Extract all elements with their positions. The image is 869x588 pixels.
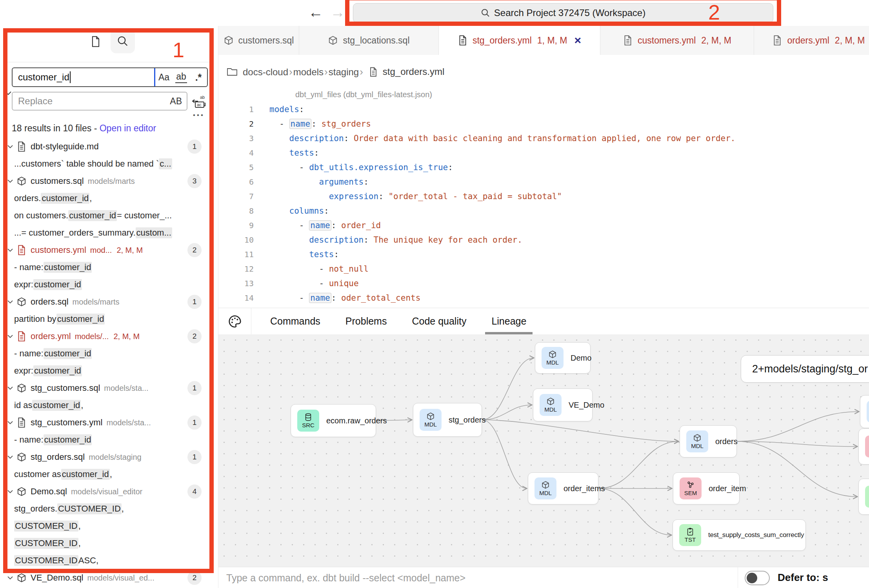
search-result-match[interactable]: id as customer_id, (0, 397, 212, 414)
code-line-12[interactable]: 12 - not_null (218, 261, 869, 276)
search-panel-button[interactable] (111, 29, 135, 53)
lineage-node-Demo[interactable]: MDLDemo (535, 342, 591, 374)
code-line-2[interactable]: 2 - name: stg_orders (218, 116, 869, 131)
search-result-file[interactable]: VE_Demo.sqlmodels/visual_ed...2 (0, 569, 212, 586)
preserve-case-button[interactable]: AB (170, 96, 182, 107)
panel-tab-lineage[interactable]: Lineage (491, 308, 526, 334)
code-line-1[interactable]: 1models: (218, 102, 869, 116)
search-result-match[interactable]: - name: customer_id (0, 345, 212, 362)
chevron-down-icon[interactable] (7, 455, 13, 459)
panel-tab-problems[interactable]: Problems (345, 308, 387, 334)
lineage-node-orders[interactable]: MDLorders (680, 425, 737, 457)
search-result-match[interactable]: on customers.customer_id = customer_... (0, 207, 212, 224)
breadcrumb-item[interactable]: docs-cloud (243, 67, 288, 77)
match-count-badge: 1 (187, 295, 202, 309)
search-result-match[interactable]: - name: customer_id (0, 259, 212, 276)
search-result-file[interactable]: customers.sqlmodels/marts3 (0, 172, 212, 190)
lineage-node-order_items[interactable]: MDLorder_items (528, 472, 598, 505)
close-tab-icon[interactable]: × (574, 34, 581, 46)
chevron-down-icon[interactable] (7, 490, 13, 494)
search-result-match[interactable]: stg_orders.CUSTOMER_ID, (0, 500, 212, 517)
replace-all-button[interactable]: ac ab (191, 93, 209, 110)
model-cube-icon (328, 35, 338, 45)
replace-input-group[interactable]: Replace AB (12, 92, 187, 111)
breadcrumb-file: stg_orders.yml (383, 66, 444, 77)
replace-input[interactable]: Replace (18, 96, 170, 107)
code-line-14[interactable]: 14 - name: oder_total_cents (218, 290, 869, 305)
lineage-node-order_item[interactable]: SEMorder_item (673, 472, 740, 505)
search-result-file[interactable]: stg_orders.sqlmodels/staging1 (0, 448, 212, 466)
search-result-match[interactable]: partition by customer_id (0, 310, 212, 328)
open-in-editor-link[interactable]: Open in editor (100, 123, 156, 133)
editor-tab-orders.yml[interactable]: orders.yml2, M, M (754, 26, 869, 55)
code-line-10[interactable]: 10 description: The unique key for each … (218, 232, 869, 247)
search-result-match[interactable]: ...= customer_orders_summary.custom... (0, 224, 212, 241)
search-result-file[interactable]: customers.ymlmod...2, M, M2 (0, 241, 212, 259)
chevron-down-icon[interactable] (7, 300, 13, 304)
search-result-match[interactable]: expr: customer_id (0, 276, 212, 293)
search-result-file[interactable]: dbt-styleguide.md1 (0, 138, 212, 155)
files-panel-button[interactable] (85, 31, 106, 52)
code-line-5[interactable]: 5 - dbt_utils.expression_is_true: (218, 160, 869, 174)
search-result-file[interactable]: stg_customers.sqlmodels/sta...1 (0, 379, 212, 397)
code-line-8[interactable]: 8 columns: (218, 203, 869, 218)
code-line-9[interactable]: 9 - name: order_id (218, 218, 869, 232)
search-result-file[interactable]: orders.sqlmodels/marts1 (0, 293, 212, 310)
lineage-node-stg_orders[interactable]: MDLstg_orders (413, 403, 482, 437)
chevron-down-icon[interactable] (7, 386, 13, 390)
panel-tab-commands[interactable]: Commands (270, 308, 320, 334)
command-input[interactable]: Type a command, ex. dbt build --select <… (226, 572, 465, 584)
search-input[interactable]: customer_id (13, 68, 154, 86)
code-line-13[interactable]: 13 - unique (218, 276, 869, 290)
line-number: 12 (218, 264, 254, 274)
chevron-down-icon[interactable] (7, 179, 13, 183)
lineage-node-p_top[interactable]: MDL (860, 395, 869, 428)
lineage-node-p_mid[interactable]: SEM (858, 428, 869, 465)
lineage-node-test_supply_costs_sum_correctly[interactable]: TSTtest_supply_costs_sum_correctly (673, 519, 806, 551)
chevron-down-icon[interactable] (7, 145, 13, 149)
project-search-bar[interactable]: Search Project 372475 (Workspace) (353, 3, 773, 23)
lineage-node-VE_Demo[interactable]: MDLVE_Demo (533, 388, 593, 421)
more-actions-button[interactable]: ••• (193, 111, 205, 119)
search-result-match[interactable]: expr: customer_id (0, 362, 212, 379)
code-line-3[interactable]: 3 description: Order data with basic cle… (218, 131, 869, 145)
lineage-selector-input[interactable]: 2+models/staging/stg_or (741, 355, 869, 383)
search-result-match[interactable]: CUSTOMER_ID, (0, 535, 212, 552)
search-result-match[interactable]: ...customers` table should be named `c..… (0, 155, 212, 172)
search-result-match[interactable]: orders.customer_id, (0, 190, 212, 207)
search-result-file[interactable]: stg_customers.ymlmodels/sta...1 (0, 414, 212, 431)
breadcrumb[interactable]: docs-cloud›models›staging› stg_orders.ym… (218, 55, 869, 89)
match-case-button[interactable]: Aa (155, 68, 173, 86)
regex-button[interactable]: .* (190, 68, 207, 86)
search-result-match[interactable]: CUSTOMER_ID, (0, 517, 212, 535)
chevron-down-icon[interactable] (7, 334, 13, 338)
code-editor[interactable]: dbt_yml_files (dbt_yml_files-latest.json… (218, 89, 869, 334)
search-result-match[interactable]: CUSTOMER_ID ASC, (0, 552, 212, 569)
defer-toggle[interactable] (745, 571, 770, 585)
search-result-file[interactable]: orders.ymlmodels/...2, M, M2 (0, 328, 212, 345)
panel-tab-code-quality[interactable]: Code quality (412, 308, 466, 334)
theme-palette-button[interactable] (218, 308, 251, 334)
code-line-11[interactable]: 11 tests: (218, 247, 869, 261)
code-line-6[interactable]: 6 arguments: (218, 174, 869, 189)
search-result-match[interactable]: customer as customer_id, (0, 466, 212, 483)
breadcrumb-item[interactable]: staging (329, 67, 359, 77)
code-line-7[interactable]: 7 expression: "order_total - tax_paid = … (218, 189, 869, 203)
editor-tab-stg_orders.yml[interactable]: stg_orders.yml1, M, M× (439, 26, 600, 55)
code-line-4[interactable]: 4 tests: (218, 145, 869, 160)
lineage-node-p_low[interactable]: TST (858, 479, 869, 515)
chevron-down-icon[interactable] (7, 248, 13, 252)
search-result-match[interactable]: - name: customer_id (0, 431, 212, 448)
chevron-down-icon[interactable] (7, 576, 13, 580)
editor-tab-customers.yml[interactable]: customers.yml2, M, M (600, 26, 754, 55)
breadcrumb-item[interactable]: models (293, 67, 324, 77)
editor-tab-customers.sql[interactable]: customers.sql (218, 26, 299, 55)
mdl-badge: MDL (686, 430, 708, 452)
lineage-node-ecom.raw_orders[interactable]: SRCecom.raw_orders (291, 404, 376, 437)
editor-tab-stg_locations.sql[interactable]: stg_locations.sql (299, 26, 439, 55)
lineage-canvas[interactable]: 2+models/staging/stg_or SRCecom.raw_orde… (218, 334, 869, 567)
chevron-down-icon[interactable] (7, 421, 13, 425)
whole-word-button[interactable]: ab (173, 68, 190, 86)
back-arrow[interactable]: ← (308, 4, 323, 20)
search-result-file[interactable]: Demo.sqlmodels/visual_editor4 (0, 483, 212, 500)
